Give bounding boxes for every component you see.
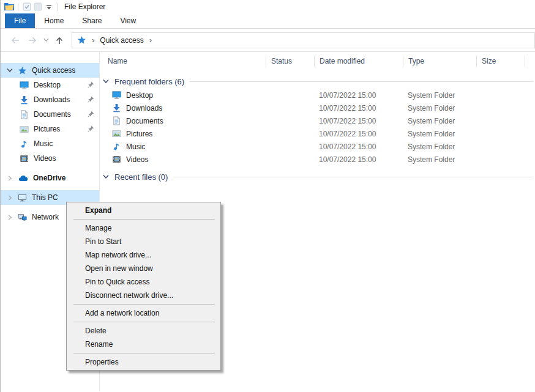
titlebar-divider [18,3,18,11]
properties-quick-button[interactable] [21,1,32,12]
group-rule [190,81,533,82]
sidebar-item-label: Quick access [32,66,75,75]
file-type: System Folder [403,142,476,151]
menu-item-disconnect-network-drive[interactable]: Disconnect network drive... [67,289,220,302]
network-icon [18,213,27,222]
sidebar-item-pictures[interactable]: Pictures [1,122,99,136]
file-date-modified: 10/07/2022 15:00 [314,155,403,164]
sidebar-item-onedrive[interactable]: OneDrive [1,171,99,185]
new-folder-quick-button[interactable] [32,1,43,12]
tab-view[interactable]: View [111,13,145,28]
quick-access-star-icon [75,33,89,48]
pictures-icon [20,125,29,134]
downloads-icon [20,95,29,105]
file-type: System Folder [403,104,476,113]
menu-separator [73,304,215,305]
file-row-videos[interactable]: Videos 10/07/2022 15:00 System Folder [100,153,535,166]
onedrive-icon [18,175,28,182]
recent-locations-dropdown-icon[interactable] [41,32,51,48]
file-date-modified: 10/07/2022 15:00 [314,130,403,138]
sidebar-item-label: Music [34,139,53,148]
desktop-icon [112,91,121,100]
sidebar-item-label: This PC [32,193,58,202]
group-label: Recent files (0) [114,172,168,182]
address-input[interactable]: › Quick access › [72,32,535,48]
music-icon [112,142,121,151]
file-date-modified: 10/07/2022 15:00 [314,142,403,151]
sidebar-item-label: Network [32,213,59,221]
file-date-modified: 10/07/2022 15:00 [314,117,403,125]
menu-item-pin-to-quick-access[interactable]: Pin to Quick access [67,275,220,289]
tab-file[interactable]: File [5,13,35,28]
chevron-right-icon[interactable] [6,195,13,201]
file-row-documents[interactable]: Documents 10/07/2022 15:00 System Folder [100,114,535,127]
column-header-status[interactable]: Status [266,56,314,67]
column-header-row: Name Status Date modified Type Size [100,52,535,70]
sidebar-item-label: Videos [34,154,56,163]
breadcrumb-chevron-icon[interactable]: › [89,35,97,45]
chevron-down-icon[interactable] [103,174,109,179]
sidebar-item-label: Desktop [34,81,61,89]
pin-icon [88,111,94,117]
menu-item-map-network-drive[interactable]: Map network drive... [67,248,220,262]
sidebar-item-label: Downloads [34,95,70,104]
this-pc-icon [18,193,27,202]
group-header-frequent-folders[interactable]: Frequent folders (6) [100,74,535,89]
file-row-pictures[interactable]: Pictures 10/07/2022 15:00 System Folder [100,127,535,140]
file-name: Documents [126,117,163,125]
menu-item-rename[interactable]: Rename [67,338,220,351]
file-name: Videos [126,155,148,164]
menu-item-delete[interactable]: Delete [67,324,220,338]
file-type: System Folder [403,130,476,138]
pin-icon [88,125,94,132]
group-header-recent-files[interactable]: Recent files (0) [100,169,535,184]
group-label: Frequent folders (6) [114,77,184,86]
chevron-right-icon[interactable] [6,215,13,220]
file-row-downloads[interactable]: Downloads 10/07/2022 15:00 System Folder [100,102,535,114]
file-date-modified: 10/07/2022 15:00 [314,104,403,113]
chevron-right-icon[interactable] [6,176,13,181]
sidebar-item-downloads[interactable]: Downloads [1,92,99,107]
sidebar-item-music[interactable]: Music [1,136,99,151]
forward-button[interactable] [24,32,41,48]
chevron-down-icon[interactable] [6,68,13,73]
column-header-type[interactable]: Type [403,56,476,67]
title-bar: File Explorer [1,0,535,13]
file-type: System Folder [403,155,476,164]
column-header-date-modified[interactable]: Date modified [314,56,403,67]
sidebar-item-documents[interactable]: Documents [1,107,99,122]
sidebar-item-videos[interactable]: Videos [1,151,99,166]
breadcrumb-chevron-icon[interactable]: › [146,35,155,45]
file-row-desktop[interactable]: Desktop 10/07/2022 15:00 System Folder [100,89,535,102]
menu-item-manage[interactable]: Manage [67,221,220,235]
sidebar-item-desktop[interactable]: Desktop [1,78,99,92]
file-explorer-window: File Explorer File Home Share View › Qui… [0,0,535,392]
pin-icon [88,96,94,103]
file-name: Desktop [126,91,153,100]
downloads-icon [112,103,121,113]
menu-item-expand[interactable]: Expand [67,204,220,217]
back-button[interactable] [7,32,24,48]
titlebar-divider [58,3,58,11]
column-header-name[interactable]: Name [100,56,266,67]
file-row-music[interactable]: Music 10/07/2022 15:00 System Folder [100,140,535,153]
breadcrumb-location[interactable]: Quick access [97,33,146,48]
window-title: File Explorer [64,2,105,11]
tab-home[interactable]: Home [35,13,73,28]
up-button[interactable] [51,32,68,48]
sidebar-item-quick-access[interactable]: Quick access [1,63,99,78]
sidebar-item-label: Pictures [34,125,60,133]
file-name: Pictures [126,130,152,138]
quick-access-star-icon [18,66,27,75]
customize-quick-access-toolbar-icon[interactable] [43,1,54,12]
menu-item-properties[interactable]: Properties [67,355,220,369]
videos-icon [20,154,29,163]
menu-separator [73,353,215,353]
tab-share[interactable]: Share [73,13,111,28]
file-explorer-logo-icon [4,1,15,12]
menu-item-pin-to-start[interactable]: Pin to Start [67,235,220,248]
column-header-size[interactable]: Size [476,56,525,67]
menu-item-open-in-new-window[interactable]: Open in new window [67,262,220,275]
chevron-down-icon[interactable] [103,79,109,84]
menu-item-add-a-network-location[interactable]: Add a network location [67,306,220,320]
